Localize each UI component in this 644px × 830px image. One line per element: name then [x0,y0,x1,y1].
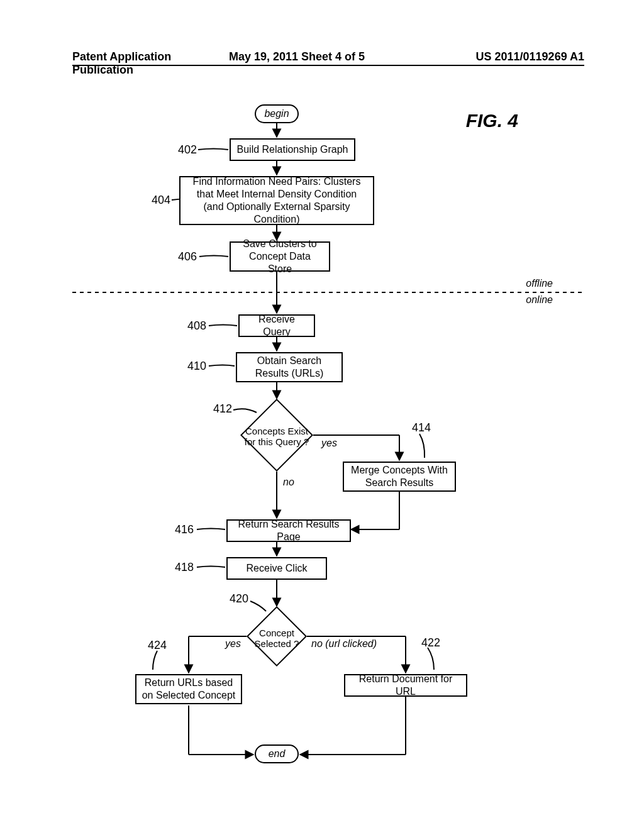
edge-420-no: no (url clicked) [311,638,377,650]
step-416-box: Return Search Results Page [226,519,351,542]
ref-410: 410 [187,360,206,373]
ref-418: 418 [175,561,194,574]
edge-420-yes: yes [225,638,241,650]
step-422-box: Return Document for URL [344,674,467,697]
end-terminator: end [255,744,299,763]
ref-422: 422 [421,636,440,650]
ref-408: 408 [187,319,206,333]
edge-412-no: no [283,477,294,488]
page-header: Patent Application Publication May 19, 2… [72,50,584,66]
step-402-box: Build Relationship Graph [230,138,355,161]
step-408-box: Receive Query [238,314,315,337]
begin-terminator: begin [255,104,299,123]
header-center: May 19, 2011 Sheet 4 of 5 [222,50,435,65]
ref-416: 416 [175,523,194,536]
step-406-box: Save Clusters to Concept Data Store [230,241,330,272]
ref-402: 402 [178,143,197,157]
step-424-box: Return URLs based on Selected Concept [135,674,242,704]
mode-online: online [526,294,553,306]
ref-412: 412 [213,402,232,416]
ref-404: 404 [152,194,170,207]
step-410-box: Obtain Search Results (URLs) [236,352,343,382]
ref-406: 406 [178,250,197,263]
ref-424: 424 [148,639,167,652]
step-414-box: Merge Concepts With Search Results [343,462,456,492]
flowchart: begin Build Relationship Graph 402 Find … [72,101,584,805]
edge-412-yes: yes [321,438,337,449]
step-404-box: Find Information Need Pairs: Clusters th… [179,176,374,225]
header-left: Patent Application Publication [72,50,222,65]
ref-414: 414 [412,421,431,434]
header-right: US 2011/0119269 A1 [435,50,584,65]
step-418-box: Receive Click [226,557,327,580]
ref-420: 420 [230,592,248,606]
mode-offline: offline [526,278,553,289]
